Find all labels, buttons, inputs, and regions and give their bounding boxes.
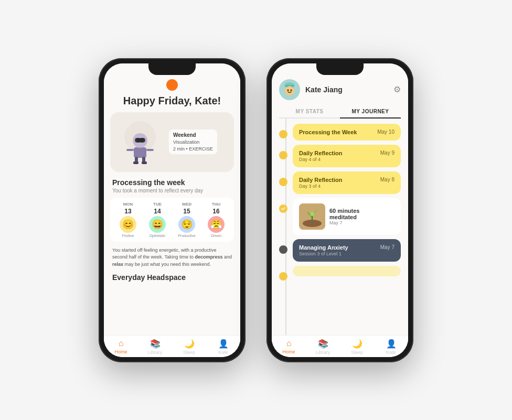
svg-point-19 [291,89,292,91]
svg-point-18 [287,89,289,91]
nav-home-1[interactable]: ⌂ Home [104,339,138,355]
mood-day-tue: TUE 14 😄 Optimistic [144,202,171,238]
card-title-1: Processing the Week [299,129,357,135]
journey-card-6[interactable] [293,266,401,276]
mood-day-wed: WED 15 😌 Productive [173,202,200,238]
nav-home-2[interactable]: ⌂ Home [272,339,306,355]
nav-library-1[interactable]: 📚 Library [138,339,172,355]
character-illustration [119,119,161,166]
journey-tabs: MY STATS MY JOURNEY [279,105,401,119]
library-label-1: Library [148,350,163,355]
check-icon [281,206,286,211]
nav-sleep-1[interactable]: 🌙 Sleep [172,339,206,355]
library-icon-2: 📚 [318,339,328,349]
nav-kate-1[interactable]: 👤 Kate [206,339,240,355]
card-row-2: Daily Reflection May 9 [299,150,394,156]
timeline-item-4: 60 minutesmeditated May 7 [279,198,401,235]
card-title: Weekend [173,132,213,139]
home-icon-1: ⌂ [119,339,124,348]
svg-rect-8 [126,149,134,151]
card-title-2: Daily Reflection [299,150,343,156]
timeline-item-2: Daily Reflection May 9 Day 4 of 4 [279,145,401,167]
home-label-1: Home [114,349,127,354]
meditation-text: 60 minutesmeditated May 7 [329,208,394,225]
phone-1-inner: Happy Friday, Kate! [104,63,240,357]
svg-point-23 [310,212,314,216]
meditation-date: May 7 [329,220,394,225]
greeting-text: Happy Friday, Kate! [104,95,240,107]
plant-illustration [299,203,325,230]
phones-container: Happy Friday, Kate! [0,0,512,420]
meditation-image [299,203,325,230]
mood-day-thu: THU 16 😤 Driven [202,202,230,238]
dot-1 [279,130,287,138]
kate-label-2: Kate [386,350,396,355]
top-dot [166,79,178,91]
timeline-item-1: Processing the Week May 10 [279,124,401,141]
featured-card[interactable]: Weekend Visualization 2 min • EXERCISE [110,112,234,172]
card-date-1: May 10 [377,129,394,135]
card-date-5: May 7 [380,244,394,250]
dot-3 [279,178,287,186]
dot-2 [279,151,287,159]
nav-kate-2[interactable]: 👤 Kate [374,339,408,355]
timeline-item-6 [279,266,401,281]
phone-1: Happy Friday, Kate! [99,58,246,362]
library-icon-1: 📚 [150,339,161,349]
avatar [279,79,300,100]
journey-card-1[interactable]: Processing the Week May 10 [293,124,401,141]
nav-library-2[interactable]: 📚 Library [306,339,340,355]
journey-card-4[interactable]: 60 minutesmeditated May 7 [293,198,401,235]
mood-emoji-driven: 😤 [208,216,225,233]
nav-sleep-2[interactable]: 🌙 Sleep [340,339,374,355]
card-sub: Visualization [173,139,213,146]
phone-2-inner: Kate Jiang ⚙ MY STATS MY JOURNEY [272,63,408,357]
phone-2-screen: Kate Jiang ⚙ MY STATS MY JOURNEY [272,63,408,357]
avatar-illustration [280,80,299,99]
kate-label-1: Kate [218,350,228,355]
sleep-label-1: Sleep [183,350,195,355]
card-sub-3: Day 3 of 4 [299,184,394,189]
kate-icon-1: 👤 [218,339,229,349]
svg-rect-13 [142,161,147,164]
card-sub-2: Day 4 of 4 [299,157,394,162]
card-meta: 2 min • EXERCISE [173,146,213,153]
bottom-nav-2: ⌂ Home 📚 Library 🌙 Sleep 👤 Kate [272,335,408,357]
section-title-1: Processing the week [104,178,240,187]
sleep-icon-1: 🌙 [184,339,195,349]
card-row-3: Daily Reflection May 8 [299,177,394,183]
journey-card-2[interactable]: Daily Reflection May 9 Day 4 of 4 [293,145,401,167]
sleep-icon-2: 🌙 [352,339,362,349]
card-title-5: Managing Anxiety [299,244,348,251]
svg-rect-12 [133,161,138,164]
home-icon-2: ⌂ [286,339,292,348]
card-label: Weekend Visualization 2 min • EXERCISE [169,130,217,154]
card-illustration [116,119,164,166]
tab-journey[interactable]: MY JOURNEY [340,105,401,119]
section-title-2: Everyday Headspace [104,273,240,282]
dot-5 [279,245,287,254]
svg-point-17 [285,86,294,95]
description-text: You started off feeling energetic, with … [104,247,240,268]
card-title-3: Daily Reflection [299,177,343,183]
timeline-item-3: Daily Reflection May 8 Day 3 of 4 [279,171,401,194]
tab-stats[interactable]: MY STATS [279,105,340,117]
dot-6 [279,272,287,281]
card-row-1: Processing the Week May 10 [299,129,394,135]
journey-card-5[interactable]: Managing Anxiety May 7 Session 3 of Leve… [293,239,401,262]
meditation-title: 60 minutesmeditated [329,208,394,220]
settings-icon[interactable]: ⚙ [393,84,401,94]
card-sub-5: Session 3 of Level 1 [299,251,394,256]
journey-card-3[interactable]: Daily Reflection May 8 Day 3 of 4 [293,171,401,194]
bottom-nav-1: ⌂ Home 📚 Library 🌙 Sleep 👤 Kate [104,335,240,357]
section-sub-1: You took a moment to reflect every day [104,188,240,193]
dot-4 [279,204,287,213]
mood-emoji-optimistic: 😄 [149,216,166,233]
sleep-label-2: Sleep [351,350,363,355]
user-name: Kate Jiang [305,85,388,94]
library-label-2: Library [316,350,330,355]
phone-2: Kate Jiang ⚙ MY STATS MY JOURNEY [266,58,413,362]
home-label-2: Home [282,349,295,354]
mood-emoji-productive: 😌 [178,216,195,233]
card-date-2: May 9 [380,150,394,156]
